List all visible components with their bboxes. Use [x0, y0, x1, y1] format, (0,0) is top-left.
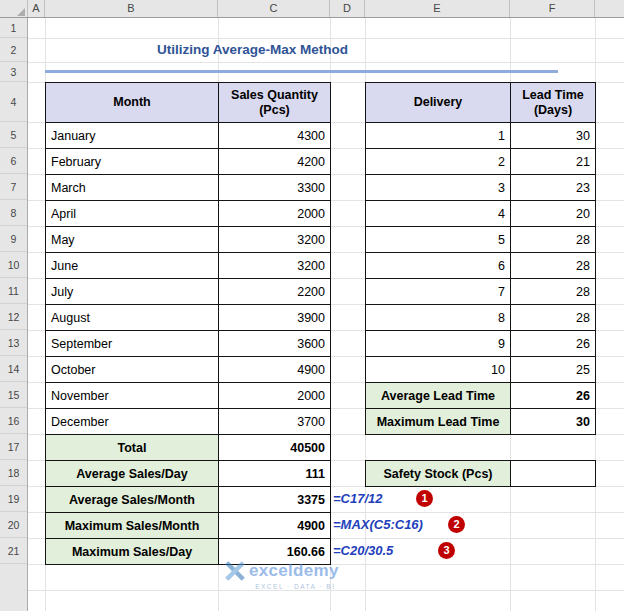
watermark-tagline: EXCEL · DATA · BI: [224, 583, 339, 590]
cell-delivery[interactable]: 8: [366, 305, 511, 331]
cell-qty[interactable]: 2200: [219, 279, 331, 305]
cell-month[interactable]: February: [46, 149, 219, 175]
cell-qty[interactable]: 4900: [219, 357, 331, 383]
column-header-b[interactable]: B: [45, 0, 218, 17]
cell-month[interactable]: May: [46, 227, 219, 253]
row-header-9[interactable]: 9: [0, 226, 27, 252]
row-header-8[interactable]: 8: [0, 200, 27, 226]
cell-qty[interactable]: 3200: [219, 253, 331, 279]
cell-month[interactable]: November: [46, 383, 219, 409]
gridline: [28, 62, 624, 63]
column-header-a[interactable]: A: [28, 0, 45, 17]
cell-delivery[interactable]: 10: [366, 357, 511, 383]
cell-days[interactable]: 28: [511, 253, 596, 279]
row-header-13[interactable]: 13: [0, 330, 27, 356]
cell-delivery[interactable]: 4: [366, 201, 511, 227]
cell-delivery[interactable]: 7: [366, 279, 511, 305]
cell-month[interactable]: June: [46, 253, 219, 279]
cell-qty[interactable]: 3900: [219, 305, 331, 331]
sheet-title[interactable]: Utilizing Average-Max Method: [45, 39, 460, 61]
cell-qty[interactable]: 3200: [219, 227, 331, 253]
cell-days[interactable]: 23: [511, 175, 596, 201]
row-header-3[interactable]: 3: [0, 62, 27, 82]
column-header-e[interactable]: E: [365, 0, 510, 17]
row-header-6[interactable]: 6: [0, 148, 27, 174]
cell-max-sales-month-label[interactable]: Maximum Sales/Month: [46, 513, 219, 539]
cell-delivery[interactable]: 1: [366, 123, 511, 149]
row-header-1[interactable]: 1: [0, 18, 27, 38]
row-header-16[interactable]: 16: [0, 408, 27, 434]
cell-total-label[interactable]: Total: [46, 435, 219, 461]
cell-delivery[interactable]: 2: [366, 149, 511, 175]
row-header-20[interactable]: 20: [0, 512, 27, 538]
cell-delivery[interactable]: 5: [366, 227, 511, 253]
cell-days[interactable]: 21: [511, 149, 596, 175]
cell-safety-stock-label[interactable]: Safety Stock (Pcs): [366, 461, 511, 487]
cell-month[interactable]: April: [46, 201, 219, 227]
row-header-19[interactable]: 19: [0, 486, 27, 512]
exceldemy-logo-icon: [224, 560, 246, 582]
cell-qty[interactable]: 3700: [219, 409, 331, 435]
row-header-4[interactable]: 4: [0, 82, 27, 122]
formula-annotation-1: =C17/12: [333, 486, 383, 512]
cell-max-sales-month-value[interactable]: 4900: [219, 513, 331, 539]
row-header-15[interactable]: 15: [0, 382, 27, 408]
lead-header-days[interactable]: Lead Time (Days): [511, 83, 596, 123]
cell-qty[interactable]: 3600: [219, 331, 331, 357]
column-header-c[interactable]: C: [218, 0, 330, 17]
cell-qty[interactable]: 2000: [219, 201, 331, 227]
cell-max-lead-label[interactable]: Maximum Lead Time: [366, 409, 511, 435]
cell-month[interactable]: September: [46, 331, 219, 357]
row-header-7[interactable]: 7: [0, 174, 27, 200]
sales-header-month[interactable]: Month: [46, 83, 219, 123]
cell-days[interactable]: 28: [511, 305, 596, 331]
cell-days[interactable]: 25: [511, 357, 596, 383]
row-header-18[interactable]: 18: [0, 460, 27, 486]
row-header-12[interactable]: 12: [0, 304, 27, 330]
cell-qty[interactable]: 4200: [219, 149, 331, 175]
cell-avg-sales-month-value[interactable]: 3375: [219, 487, 331, 513]
gridline: [28, 590, 624, 591]
cell-days[interactable]: 28: [511, 227, 596, 253]
cell-max-sales-day-label[interactable]: Maximum Sales/Day: [46, 539, 219, 565]
step-badge-1: 1: [416, 490, 433, 507]
cell-month[interactable]: March: [46, 175, 219, 201]
cell-avg-sales-day-label[interactable]: Average Sales/Day: [46, 461, 219, 487]
cell-month[interactable]: July: [46, 279, 219, 305]
cell-month[interactable]: October: [46, 357, 219, 383]
formula-annotation-3: =C20/30.5: [333, 538, 393, 564]
cell-avg-lead-value[interactable]: 26: [511, 383, 596, 409]
cell-total-value[interactable]: 40500: [219, 435, 331, 461]
cell-qty[interactable]: 2000: [219, 383, 331, 409]
cell-days[interactable]: 30: [511, 123, 596, 149]
row-header-2[interactable]: 2: [0, 38, 27, 62]
row-header-11[interactable]: 11: [0, 278, 27, 304]
row-header-21[interactable]: 21: [0, 538, 27, 564]
column-header-d[interactable]: D: [330, 0, 365, 17]
cell-max-lead-value[interactable]: 30: [511, 409, 596, 435]
row-header-14[interactable]: 14: [0, 356, 27, 382]
row-header-10[interactable]: 10: [0, 252, 27, 278]
cell-avg-sales-month-label[interactable]: Average Sales/Month: [46, 487, 219, 513]
cell-days[interactable]: 26: [511, 331, 596, 357]
cell-days[interactable]: 28: [511, 279, 596, 305]
select-all-corner[interactable]: [0, 0, 28, 17]
cell-qty[interactable]: 3300: [219, 175, 331, 201]
cell-avg-sales-day-value[interactable]: 111: [219, 461, 331, 487]
cell-delivery[interactable]: 3: [366, 175, 511, 201]
row-header-5[interactable]: 5: [0, 122, 27, 148]
cell-month[interactable]: August: [46, 305, 219, 331]
lead-header-delivery[interactable]: Delivery: [366, 83, 511, 123]
cell-safety-stock-value[interactable]: [511, 461, 596, 487]
cell-delivery[interactable]: 9: [366, 331, 511, 357]
cell-delivery[interactable]: 6: [366, 253, 511, 279]
sales-header-quantity[interactable]: Sales Quantity (Pcs): [219, 83, 331, 123]
cell-qty[interactable]: 4300: [219, 123, 331, 149]
row-header-17[interactable]: 17: [0, 434, 27, 460]
column-header-f[interactable]: F: [510, 0, 595, 17]
cell-month[interactable]: December: [46, 409, 219, 435]
cell-days[interactable]: 20: [511, 201, 596, 227]
cell-avg-lead-label[interactable]: Average Lead Time: [366, 383, 511, 409]
step-badge-3: 3: [438, 542, 455, 559]
cell-month[interactable]: January: [46, 123, 219, 149]
